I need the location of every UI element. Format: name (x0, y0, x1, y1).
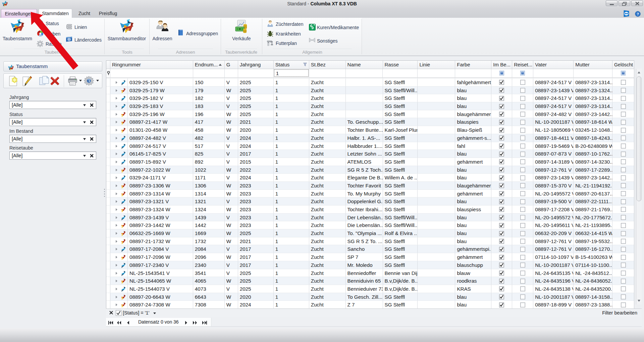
svg-text:?: ? (637, 12, 639, 16)
